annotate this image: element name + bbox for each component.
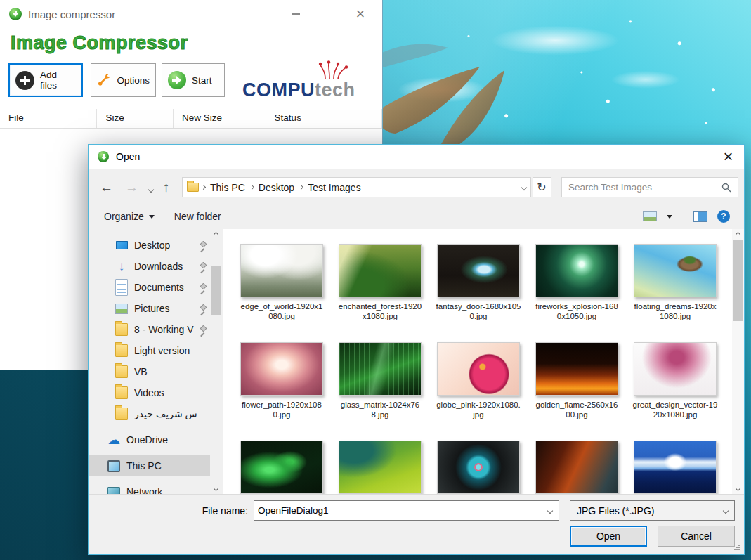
help-button[interactable] <box>717 210 730 223</box>
organize-button[interactable]: Organize <box>104 211 155 222</box>
file-name-label: File name: <box>159 505 248 516</box>
scroll-up-icon[interactable] <box>736 232 740 237</box>
sidebar-item[interactable]: Light version <box>89 340 210 361</box>
pin-icon <box>199 305 207 313</box>
file-item[interactable]: edge_of_world-1920x1080.jpg <box>233 244 331 342</box>
sidebar-scrollbar[interactable] <box>210 229 222 494</box>
file-type-value: JPG Files (*.JPG) <box>577 505 654 516</box>
sidebar-item[interactable]: Pictures <box>89 298 210 319</box>
file-thumbnail <box>240 244 323 297</box>
options-label: Options <box>117 75 150 86</box>
file-item[interactable]: flower_path-1920x1080.jpg <box>233 342 331 441</box>
dialog-icon <box>98 151 109 162</box>
sidebar-item-label: Videos <box>134 387 164 398</box>
maximize-button[interactable] <box>312 4 344 24</box>
scroll-down-icon[interactable] <box>736 486 740 491</box>
breadcrumb-item[interactable]: This PC <box>208 182 247 193</box>
view-dropdown-icon[interactable] <box>667 215 672 221</box>
forward-button[interactable] <box>125 181 138 194</box>
sidebar-item[interactable]: Downloads <box>89 256 210 277</box>
open-button[interactable]: Open <box>570 526 647 547</box>
scrollbar-thumb[interactable] <box>733 240 743 321</box>
sidebar-item[interactable]: VB <box>89 361 210 382</box>
search-icon[interactable] <box>721 183 731 193</box>
sidebar-item-label: VB <box>134 366 148 377</box>
breadcrumb-item[interactable]: Desktop <box>256 182 296 193</box>
address-bar[interactable]: This PCDesktopTest Images <box>182 177 531 197</box>
sidebar-item[interactable]: س شريف حيدر <box>89 403 210 424</box>
resize-grip[interactable] <box>734 545 741 552</box>
compressor-titlebar[interactable]: Image compressor <box>0 0 382 28</box>
refresh-button[interactable] <box>533 177 551 197</box>
combobox-chevron-icon[interactable] <box>547 507 553 513</box>
file-name: edge_of_world-1920x1080.jpg <box>239 301 325 321</box>
organize-label: Organize <box>104 211 144 222</box>
back-button[interactable] <box>100 181 113 194</box>
up-button[interactable] <box>163 181 170 194</box>
cancel-button[interactable]: Cancel <box>658 526 735 547</box>
options-button[interactable]: Options <box>91 63 156 97</box>
file-item[interactable]: fantasy_door-1680x1050.jpg <box>429 244 528 342</box>
column-header[interactable]: Status <box>266 109 382 128</box>
scroll-up-icon[interactable] <box>214 232 218 237</box>
file-item[interactable]: highway_tree_m <box>528 441 626 494</box>
file-item[interactable]: golden_flame-2560x1600.jpg <box>528 342 626 441</box>
file-item[interactable]: floating_dreams-1920x1080.jpg <box>626 244 724 342</box>
dialog-close-button[interactable] <box>712 145 744 169</box>
add-files-button[interactable]: Add files <box>8 63 83 97</box>
folder-icon <box>115 408 128 420</box>
file-type-select[interactable]: JPG Files (*.JPG) <box>570 500 735 521</box>
file-item[interactable]: hdtv_vector_desi <box>429 441 528 494</box>
breadcrumb-item[interactable]: Test Images <box>306 182 363 193</box>
file-item[interactable]: green_vector_hdt <box>331 441 429 494</box>
file-item[interactable]: green_fireworks <box>233 441 331 494</box>
files-scrollbar[interactable] <box>732 229 744 494</box>
file-name-input[interactable] <box>254 505 542 516</box>
search-input[interactable] <box>568 182 721 193</box>
sidebar-item[interactable]: OneDrive <box>89 429 210 450</box>
sidebar-item[interactable]: Documents <box>89 277 210 298</box>
sidebar-item[interactable]: 8 - Working V <box>89 319 210 340</box>
file-thumbnail <box>535 244 618 297</box>
file-item[interactable]: iceberg-2560x160 <box>626 441 724 494</box>
file-item[interactable]: great_design_vector-1920x1080.jpg <box>626 342 724 441</box>
column-header[interactable]: Size <box>97 109 174 128</box>
file-thumbnail <box>339 244 422 297</box>
history-chevron-icon[interactable] <box>148 187 154 193</box>
document-icon <box>115 281 128 294</box>
this-pc-icon <box>107 460 120 472</box>
file-item[interactable]: fireworks_xplosion-1680x1050.jpg <box>528 244 626 342</box>
mermaid-tail <box>374 28 543 145</box>
sidebar-item[interactable]: Videos <box>89 382 210 403</box>
breadcrumb-chevron-icon[interactable] <box>249 185 254 190</box>
new-folder-button[interactable]: New folder <box>174 211 221 222</box>
file-name: golden_flame-2560x1600.jpg <box>534 400 620 419</box>
close-button[interactable] <box>344 4 377 24</box>
dialog-titlebar[interactable]: Open <box>89 145 744 169</box>
preview-pane-icon[interactable] <box>693 211 707 222</box>
file-item[interactable]: glass_matrix-1024x768.jpg <box>331 342 429 441</box>
pin-icon <box>199 242 207 249</box>
file-item[interactable]: enchanted_forest-1920x1080.jpg <box>331 244 429 342</box>
pin-icon <box>199 284 207 292</box>
sidebar-item[interactable]: Network <box>89 481 210 494</box>
file-thumbnail <box>634 342 717 396</box>
start-button[interactable]: Start <box>162 63 225 97</box>
sidebar-item[interactable]: This PC <box>89 455 210 476</box>
sidebar-item-label: OneDrive <box>126 434 168 445</box>
scroll-down-icon[interactable] <box>214 486 218 491</box>
dialog-footer: File name: JPG Files (*.JPG) Open Cancel <box>89 494 744 554</box>
breadcrumb-chevron-icon[interactable] <box>201 185 206 190</box>
address-dropdown-icon[interactable] <box>521 184 527 190</box>
app-icon <box>9 8 22 20</box>
file-item[interactable]: globe_pink-1920x1080.jpg <box>429 342 528 441</box>
minimize-button[interactable] <box>280 4 312 24</box>
pin-icon <box>199 263 207 271</box>
scrollbar-thumb[interactable] <box>211 266 221 315</box>
sidebar-item[interactable]: Desktop <box>89 235 210 256</box>
breadcrumb-chevron-icon[interactable] <box>299 185 303 190</box>
column-header[interactable]: New Size <box>174 109 266 128</box>
column-header[interactable]: File <box>0 109 97 128</box>
view-thumbnails-icon[interactable] <box>643 211 657 221</box>
pin-icon <box>199 326 207 334</box>
